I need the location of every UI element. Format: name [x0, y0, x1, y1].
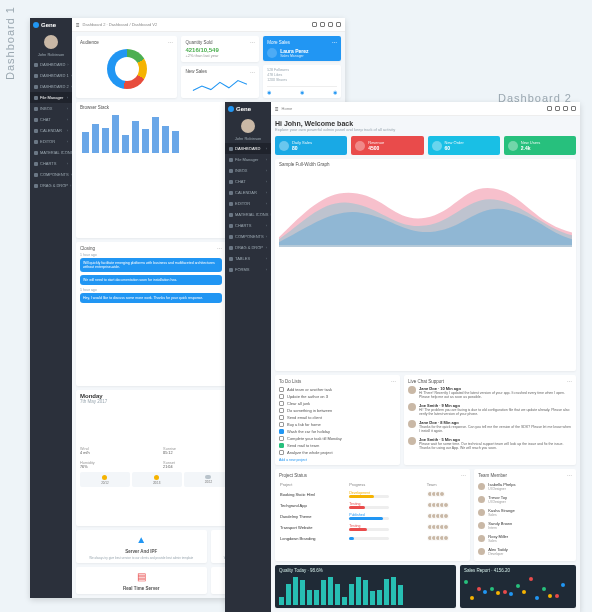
nav-item[interactable]: CALENDAR›: [225, 187, 271, 198]
nav-item[interactable]: CHAT›: [225, 176, 271, 187]
table-row[interactable]: Longdown Branding: [279, 533, 466, 544]
member-item[interactable]: Alex ToddyDeveloper: [478, 545, 572, 558]
settings-icon[interactable]: [563, 106, 568, 111]
area-chart: [279, 169, 572, 247]
nav-item[interactable]: File Manager›: [30, 92, 72, 103]
nav-item[interactable]: EDITOR›: [30, 136, 72, 147]
chat-bubble: We will need to start documentation soon…: [80, 275, 222, 285]
search-icon[interactable]: [312, 22, 317, 27]
scatter-chart: [464, 575, 572, 605]
chat-message: Jane Doe · 8 Min agoThanks for the quick…: [408, 420, 572, 433]
nav-item[interactable]: COMPONENTS›: [225, 231, 271, 242]
table-row[interactable]: Transport WebsiteTesting: [279, 522, 466, 533]
member-item[interactable]: Rosy MillerSales: [478, 532, 572, 545]
card-server: ▲ Server And IPF We always try give best…: [76, 530, 207, 563]
nav-item[interactable]: FORMS›: [225, 264, 271, 275]
stat-tiles: Daily Sales80Revenue4500New Order60New U…: [275, 136, 576, 155]
search-icon[interactable]: [547, 106, 552, 111]
nav-item[interactable]: MATERIAL ICONS›: [30, 147, 72, 158]
nav-item[interactable]: DASHBOARD›: [30, 59, 72, 70]
card-chart: Sample Full-Width Graph: [275, 159, 576, 371]
member-item[interactable]: Kasha StrangeSales: [478, 506, 572, 519]
avatar[interactable]: [44, 35, 58, 49]
todo-item[interactable]: Wash the car for holiday: [279, 428, 396, 435]
nav-item[interactable]: EDITOR›: [225, 198, 271, 209]
ig-icon[interactable]: ◉: [333, 89, 337, 95]
tw-icon[interactable]: ◉: [300, 89, 304, 95]
card-closing: Closing⋯ 1 hour ago Will quickly facilit…: [76, 242, 226, 385]
todo-item[interactable]: Send mail to team: [279, 442, 396, 449]
nav-item[interactable]: CHARTS›: [30, 158, 72, 169]
shield-icon: ▲: [134, 533, 148, 547]
table-row[interactable]: Booking Static HtmlDevelopment: [279, 489, 466, 500]
member-item[interactable]: Sandy BrownIntern: [478, 519, 572, 532]
card-realtime: ▤ Real Time Server: [76, 567, 207, 594]
todo-item[interactable]: Complete your task till Monday: [279, 435, 396, 442]
notif-icon[interactable]: [320, 22, 325, 27]
stat-tile[interactable]: New Users2.4k: [504, 136, 576, 155]
breadcrumb: Dashboard 2 · Dashboard / Dashboard V2: [83, 22, 158, 27]
nav-item[interactable]: CHAT›: [30, 114, 72, 125]
todo-item[interactable]: Clear all junk: [279, 400, 396, 407]
user-icon[interactable]: [336, 22, 341, 27]
todo-item[interactable]: Do something in between: [279, 407, 396, 414]
nav-item[interactable]: DASHBOARD›: [225, 143, 271, 154]
nav-item[interactable]: CHARTS›: [225, 220, 271, 231]
donut-chart: [107, 49, 147, 89]
user-icon[interactable]: [571, 106, 576, 111]
nav-item[interactable]: TABLES›: [225, 253, 271, 264]
add-task-link[interactable]: Add a new project: [279, 458, 396, 462]
settings-icon[interactable]: [328, 22, 333, 27]
todo-item[interactable]: Send email to client: [279, 414, 396, 421]
sidebar: Gene John Robinson DASHBOARD›File Manage…: [225, 102, 271, 612]
table-row[interactable]: Dandelmy ThemePublished: [279, 511, 466, 522]
menu-icon[interactable]: ≡: [275, 106, 279, 112]
todo-item[interactable]: Analyze the whole project: [279, 449, 396, 456]
brand[interactable]: Gene: [30, 18, 72, 32]
nav-item[interactable]: CALENDAR›: [30, 125, 72, 136]
chat-message: Jane Doe · 10 Min agoHi There! Recently …: [408, 386, 572, 399]
avatar[interactable]: [241, 119, 255, 133]
card-extra: 528 Followers478 Likes1200 Shares ◉ ◉ ◉: [263, 65, 341, 98]
brand[interactable]: Gene: [225, 102, 271, 116]
nav-item[interactable]: MATERIAL ICONS›: [225, 209, 271, 220]
nav: DASHBOARD›DASHBOARD 1›DASHBOARD 2›File M…: [30, 57, 72, 193]
page-title: Hi John, Welcome back: [275, 120, 576, 127]
nav-item[interactable]: DRAG & DROP›: [225, 242, 271, 253]
breadcrumb: Home: [282, 106, 293, 111]
card-members: Team Member⋯ Isabella PhelpsUI DesignerT…: [474, 469, 576, 561]
content: Hi John, Welcome back Explore your own p…: [271, 116, 580, 612]
topbar: ≡ Home: [271, 102, 580, 116]
nav-item[interactable]: DASHBOARD 2›: [30, 81, 72, 92]
todo-item[interactable]: Update the author on 3: [279, 393, 396, 400]
nav-item[interactable]: INBOX›: [225, 165, 271, 176]
chat-bubble: Hey, I would like to discuss some more w…: [80, 293, 222, 303]
qty-sub: +2% than last year: [185, 53, 255, 58]
card-projects: Project Status⋯ ProjectProgressTeamBooki…: [275, 469, 470, 561]
label-dashboard1: Dashboard 1: [4, 6, 16, 80]
menu-icon[interactable]: ≡: [76, 22, 80, 28]
card-audience: Audience⋯: [76, 36, 177, 98]
stat-tile[interactable]: Daily Sales80: [275, 136, 347, 155]
notif-icon[interactable]: [555, 106, 560, 111]
todo-item[interactable]: Add team or another task: [279, 386, 396, 393]
nav-item[interactable]: COMPONENTS›: [30, 169, 72, 180]
table-row[interactable]: Techgrand AppTesting: [279, 500, 466, 511]
nav-item[interactable]: INBOX›: [30, 103, 72, 114]
nav-item[interactable]: DASHBOARD 1›: [30, 70, 72, 81]
member-item[interactable]: Isabella PhelpsUI Designer: [478, 480, 572, 493]
card-qty: Quantity Sold⋯ 4216/10,549 +2% than last…: [181, 36, 259, 62]
nav-item[interactable]: DRAG & DROP›: [30, 180, 72, 191]
stat-tile[interactable]: New Order60: [428, 136, 500, 155]
member-item[interactable]: Trevor ToyUI Designer: [478, 493, 572, 506]
fb-icon[interactable]: ◉: [267, 89, 271, 95]
topbar: ≡ Dashboard 2 · Dashboard / Dashboard V2: [72, 18, 345, 32]
chat-message: Joe Smith · 5 Min agoPlease wait for som…: [408, 437, 572, 450]
dashboard-2: Gene John Robinson DASHBOARD›File Manage…: [225, 102, 580, 612]
todo-item[interactable]: Buy a fab for home: [279, 421, 396, 428]
stat-tile[interactable]: Revenue4500: [351, 136, 423, 155]
card-support: Live Chat Support⋯ Jane Doe · 10 Min ago…: [404, 375, 576, 465]
nav-item[interactable]: File Manager›: [225, 154, 271, 165]
more-icon[interactable]: ⋯: [168, 39, 173, 45]
user-avatar: [267, 48, 277, 58]
